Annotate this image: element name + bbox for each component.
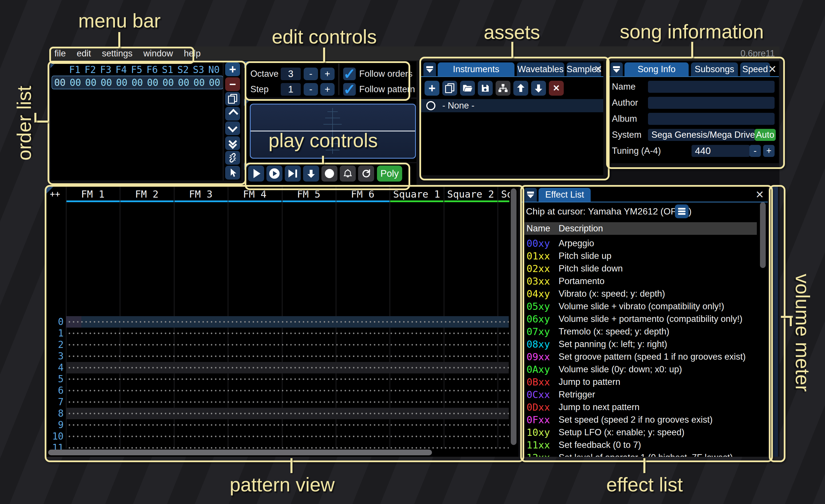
annotation-label-play-controls: play controls	[269, 129, 378, 152]
scope-tick	[325, 118, 340, 118]
annotation-rect-order-list	[48, 61, 246, 185]
annotation-rect-edit-controls	[245, 61, 410, 101]
annotation-label-pattern-view: pattern view	[230, 473, 335, 496]
annotation-connector	[511, 42, 513, 58]
scope-tick	[323, 124, 342, 124]
scope-tick	[327, 111, 338, 112]
annotation-label-menu-bar: menu bar	[78, 9, 160, 32]
annotation-label-order-list: order list	[13, 86, 35, 161]
annotation-label-edit-controls: edit controls	[272, 25, 377, 48]
annotation-rect-pattern-view	[45, 185, 524, 462]
annotation-label-assets: assets	[484, 21, 540, 43]
annotation-connector	[118, 32, 120, 48]
annotation-label-volume-meter: volume meter	[792, 274, 814, 392]
annotation-rect-assets	[420, 57, 610, 180]
annotation-connector	[34, 120, 48, 122]
annotation-label-song-information: song information	[620, 20, 764, 43]
annotation-connector	[323, 48, 325, 63]
annotation-connector	[291, 458, 293, 473]
annotation-connector	[691, 42, 693, 58]
annotation-label-effect-list: effect list	[606, 473, 683, 496]
annotation-connector	[644, 458, 646, 473]
annotation-rect-song-info	[606, 57, 785, 169]
screenshot-root: fileeditsettingswindowhelp 0.6pre11 F1F2…	[0, 0, 825, 504]
annotation-rect-effect-list	[520, 185, 773, 462]
annotation-connector	[322, 156, 324, 164]
annotation-rect-volume-meter	[769, 185, 785, 462]
